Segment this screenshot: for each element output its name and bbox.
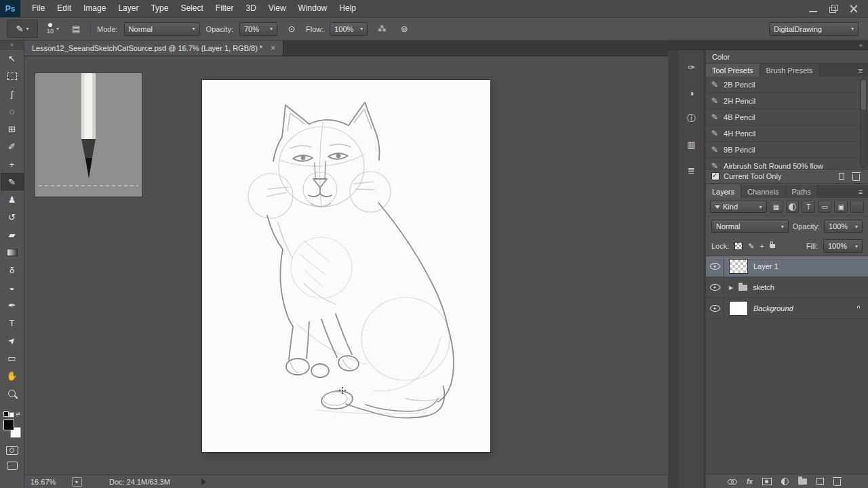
foreground-color-swatch[interactable] <box>3 420 14 430</box>
lock-pixels-icon[interactable]: ✎ <box>748 242 754 251</box>
visibility-cell[interactable] <box>706 277 724 298</box>
document-tab[interactable]: Lesson12_SeeandSketchCatSource.psd @ 16.… <box>24 41 283 56</box>
new-adjustment-layer-icon[interactable] <box>781 478 789 485</box>
preset-item[interactable]: ✎ 2B Pencil <box>706 77 868 93</box>
scrollbar-thumb[interactable] <box>861 80 866 110</box>
preset-item[interactable]: ✎ 4H Pencil <box>706 125 868 142</box>
path-selection-tool[interactable]: ➤ <box>1 331 24 349</box>
preset-scrollbar[interactable] <box>860 78 867 168</box>
spot-healing-brush-tool[interactable]: + <box>1 155 24 173</box>
close-icon[interactable] <box>849 5 859 13</box>
rectangular-marquee-tool[interactable] <box>1 67 24 85</box>
histogram-panel-icon[interactable]: ▥ <box>684 137 700 152</box>
tool-preset-picker[interactable]: ✎ <box>7 20 38 38</box>
status-flyout-arrow-icon[interactable] <box>201 479 206 485</box>
lock-position-icon[interactable]: + <box>760 242 764 250</box>
default-colors-icon-bg[interactable] <box>9 412 14 418</box>
workspace-select[interactable]: DigitalDrawing <box>769 22 859 36</box>
pressure-size-icon[interactable]: ⊚ <box>396 22 412 37</box>
menu-type[interactable]: Type <box>144 0 174 17</box>
menu-file[interactable]: File <box>26 0 51 17</box>
swap-colors-icon[interactable]: ⇄ <box>16 411 21 417</box>
menu-image[interactable]: Image <box>77 0 112 17</box>
info-panel-icon[interactable]: ⓘ <box>684 111 700 126</box>
layer-row-layer-1[interactable]: Layer 1 <box>706 256 868 277</box>
layer-name[interactable]: sketch <box>753 283 774 291</box>
tab-layers[interactable]: Layers <box>706 185 741 198</box>
status-options-icon[interactable] <box>72 477 82 487</box>
menu-layer[interactable]: Layer <box>112 0 144 17</box>
document-canvas[interactable] <box>202 80 490 452</box>
layer-row-background[interactable]: Background <box>706 298 868 319</box>
type-tool[interactable]: T <box>1 314 24 331</box>
pressure-opacity-icon[interactable]: ⊙ <box>283 22 300 37</box>
layer-name[interactable]: Layer 1 <box>753 262 778 270</box>
dodge-tool[interactable]: ◒ <box>1 279 24 296</box>
filter-type-icon[interactable]: T <box>802 201 815 213</box>
filter-adjustment-icon[interactable] <box>786 201 800 213</box>
brush-preset-picker[interactable]: 10 <box>44 22 62 35</box>
tab-tool-presets[interactable]: Tool Presets <box>706 64 760 77</box>
tab-channels[interactable]: Channels <box>741 185 785 198</box>
layer-name[interactable]: Background <box>753 304 793 312</box>
filter-shape-icon[interactable]: ▭ <box>818 201 831 213</box>
preset-item[interactable]: ✎ 9B Pencil <box>706 142 868 158</box>
canvas-area[interactable] <box>24 56 668 474</box>
link-layers-icon[interactable] <box>728 479 737 484</box>
add-mask-icon[interactable] <box>762 478 772 485</box>
history-brush-tool[interactable]: ↺ <box>1 208 24 226</box>
hand-tool[interactable]: ✋ <box>1 367 24 384</box>
pen-tool[interactable]: ✒ <box>1 296 24 314</box>
filter-smart-object-icon[interactable]: ▣ <box>834 201 848 213</box>
zoom-tool[interactable] <box>1 384 24 402</box>
filter-toggle-icon[interactable] <box>850 201 864 213</box>
adjustments-panel-icon[interactable]: ◑ <box>684 85 700 100</box>
menu-3d[interactable]: 3D <box>239 0 262 17</box>
menu-filter[interactable]: Filter <box>210 0 240 17</box>
flow-select[interactable]: 100% <box>330 22 368 36</box>
brush-settings-panel-icon[interactable]: ✑ <box>684 60 700 75</box>
rectangle-tool[interactable]: ▭ <box>1 349 24 367</box>
move-tool[interactable]: ↖ <box>1 49 24 67</box>
opacity-select[interactable]: 70% <box>239 22 277 36</box>
quick-selection-tool[interactable]: ◌ <box>1 102 24 120</box>
zoom-level-field[interactable]: 16.67% <box>24 478 63 486</box>
menu-view[interactable]: View <box>262 0 292 17</box>
crop-tool[interactable]: ⊞ <box>1 120 24 138</box>
preset-item[interactable]: ✎ Airbrush Soft Round 50% flow <box>706 158 868 169</box>
preset-item[interactable]: ✎ 2H Pencil <box>706 93 868 109</box>
delete-preset-icon[interactable] <box>852 174 860 181</box>
gradient-tool[interactable] <box>1 243 24 261</box>
layer-thumbnail[interactable] <box>729 259 748 274</box>
eraser-tool[interactable]: ▰ <box>1 226 24 243</box>
quick-mask-icon[interactable] <box>6 446 18 455</box>
new-layer-icon[interactable] <box>816 478 824 485</box>
brush-tool[interactable]: ✎ <box>1 173 24 190</box>
layer-style-icon[interactable]: fx <box>747 478 753 485</box>
toggle-brush-panel-button[interactable]: ▤ <box>68 22 84 37</box>
visibility-cell[interactable] <box>706 256 724 277</box>
new-group-icon[interactable] <box>798 479 807 485</box>
layer-row-sketch-group[interactable]: sketch <box>706 277 868 298</box>
airbrush-icon[interactable]: ⁂ <box>374 22 390 37</box>
restore-icon[interactable] <box>829 5 838 13</box>
fill-select[interactable]: 100% <box>823 239 863 253</box>
layer-blend-mode-select[interactable]: Normal <box>711 220 789 233</box>
visibility-cell[interactable] <box>706 298 724 319</box>
panel-menu-icon[interactable] <box>853 64 868 77</box>
delete-layer-icon[interactable] <box>833 479 841 486</box>
menu-help[interactable]: Help <box>333 0 362 17</box>
blend-mode-select[interactable]: Normal <box>124 22 200 36</box>
notes-panel-icon[interactable]: ≣ <box>684 163 700 178</box>
filter-pixel-icon[interactable]: ▦ <box>770 201 783 213</box>
filter-kind-select[interactable]: Kind <box>710 201 767 213</box>
menu-edit[interactable]: Edit <box>51 0 77 17</box>
toolbar-collapse-icon[interactable] <box>0 41 24 49</box>
current-tool-only-checkbox[interactable] <box>711 172 719 180</box>
menu-window[interactable]: Window <box>292 0 334 17</box>
blur-tool[interactable]: δ <box>1 261 24 279</box>
tab-close-icon[interactable]: × <box>271 43 275 53</box>
lock-all-icon[interactable] <box>770 244 775 248</box>
lasso-tool[interactable]: ʃ <box>1 85 24 102</box>
new-preset-icon[interactable] <box>839 173 844 180</box>
